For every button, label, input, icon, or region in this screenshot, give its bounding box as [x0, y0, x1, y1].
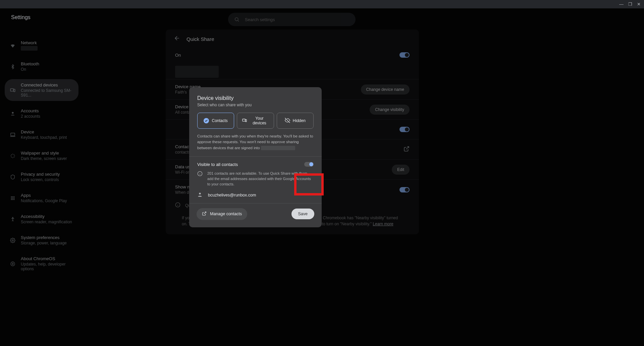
sidebar-item-apps[interactable]: Apps Notifications, Google Play: [5, 189, 78, 207]
svg-rect-14: [12, 199, 13, 200]
sidebar-item-sub: Dark theme, screen saver: [21, 156, 67, 161]
sidebar-item-system[interactable]: System preferences Storage, power, langu…: [5, 232, 78, 249]
sidebar-item-privacy[interactable]: Privacy and security Lock screen, contro…: [5, 168, 78, 185]
contacts-warning: 201 contacts are not available. To use Q…: [207, 171, 314, 187]
svg-rect-11: [12, 197, 13, 198]
your-devices-toggle[interactable]: [399, 127, 410, 132]
page-title: Quick Share: [186, 36, 214, 42]
shield-icon: [9, 174, 16, 180]
sidebar-item-sub: Lock screen, controls: [21, 177, 60, 182]
close-icon[interactable]: ✕: [637, 2, 641, 6]
svg-point-19: [12, 263, 13, 265]
sidebar-item-connected-devices[interactable]: Connected devices Connected to Samsung S…: [5, 79, 78, 101]
svg-rect-5: [11, 133, 15, 135]
devices-icon: [9, 87, 16, 94]
app-title: Settings: [11, 14, 31, 20]
sidebar-item-device[interactable]: Device Keyboard, touchpad, print: [5, 126, 78, 143]
save-button[interactable]: Save: [291, 209, 315, 219]
sidebar-item-label: Privacy and security: [21, 172, 60, 177]
sidebar-item-sub: Screen reader, magnification: [21, 220, 72, 224]
sidebar-item-label: Apps: [21, 193, 67, 198]
chrome-icon: [9, 261, 16, 267]
sidebar-item-sub: Notifications, Google Play: [21, 198, 67, 203]
svg-point-17: [12, 240, 13, 241]
window-titlebar: — ❐ ✕: [0, 0, 644, 8]
hidden-icon: [285, 118, 290, 124]
manage-contacts-button[interactable]: Manage contacts: [197, 208, 247, 220]
sidebar-item-label: Accessibility: [21, 214, 72, 219]
change-visibility-button[interactable]: Change visibility: [370, 105, 410, 115]
option-hidden[interactable]: Hidden: [277, 113, 314, 129]
sidebar-item-sub: Keyboard, touchpad, print: [21, 135, 67, 140]
quick-share-toggle[interactable]: [399, 52, 410, 58]
dialog-subtitle: Select who can share with you: [189, 101, 322, 113]
notification-toggle[interactable]: [399, 187, 410, 192]
sidebar-item-about[interactable]: About ChromeOS Updates, help, developer …: [5, 253, 78, 275]
sidebar-item-bluetooth[interactable]: Bluetooth On: [5, 58, 78, 75]
device-visibility-dialog: Device visibility Select who can share w…: [189, 87, 322, 227]
sidebar-item-sub: Storage, power, language: [21, 241, 67, 245]
svg-rect-2: [10, 89, 13, 91]
svg-line-1: [238, 20, 239, 21]
svg-rect-3: [14, 89, 15, 92]
account-icon: [9, 110, 16, 117]
visible-all-label: Visible to all contacts: [197, 162, 238, 167]
sidebar-item-network[interactable]: Network: [5, 37, 78, 54]
svg-rect-15: [14, 199, 15, 200]
sidebar-item-label: Device: [21, 129, 67, 134]
external-link-icon: [202, 211, 207, 217]
svg-point-0: [235, 18, 238, 21]
sidebar-item-label: System preferences: [21, 235, 67, 240]
sidebar-item-label: Bluetooth: [21, 61, 39, 66]
sidebar-item-sub: On: [21, 67, 39, 72]
option-your-devices[interactable]: Your devices: [237, 113, 274, 129]
svg-rect-23: [243, 119, 245, 121]
sidebar-item-accessibility[interactable]: Accessibility Screen reader, magnificati…: [5, 211, 78, 228]
back-arrow-icon[interactable]: [174, 35, 180, 43]
sidebar: Network Bluetooth On Connected devices C…: [5, 37, 78, 279]
sidebar-item-label: Network: [21, 40, 38, 45]
laptop-icon: [9, 131, 16, 138]
sidebar-item-accounts[interactable]: Accounts 2 accounts: [5, 105, 78, 122]
info-icon: [175, 202, 180, 209]
sidebar-item-label: Accounts: [21, 108, 40, 113]
wifi-icon: [9, 42, 16, 49]
edit-data-button[interactable]: Edit: [392, 165, 410, 175]
devices-icon: [242, 118, 247, 124]
minimize-icon[interactable]: —: [619, 2, 624, 6]
sidebar-item-sub: [21, 46, 38, 51]
sidebar-item-label: Wallpaper and style: [21, 151, 67, 156]
svg-point-4: [12, 112, 13, 113]
bluetooth-icon: [9, 63, 16, 70]
manage-contacts-label: Manage contacts: [210, 212, 242, 216]
wallpaper-icon: [9, 153, 16, 159]
sidebar-item-label: Connected devices: [21, 82, 74, 88]
option-devices-label: Your devices: [250, 116, 269, 125]
dialog-title: Device visibility: [189, 95, 322, 101]
maximize-icon[interactable]: ❐: [628, 2, 632, 6]
sidebar-item-sub: 2 accounts: [21, 114, 40, 119]
person-icon: [197, 192, 203, 198]
check-icon: [204, 118, 209, 123]
svg-rect-24: [246, 119, 247, 122]
svg-rect-8: [12, 196, 13, 197]
option-contacts[interactable]: Contacts: [197, 113, 234, 129]
external-link-icon[interactable]: [404, 146, 410, 153]
contact-email: bcuzhelives@runbox.com: [208, 193, 256, 197]
apps-icon: [9, 195, 16, 201]
svg-point-18: [11, 262, 15, 266]
search-icon: [234, 17, 239, 22]
sidebar-item-sub: Connected to Samsung SM-S91...: [21, 88, 74, 98]
change-device-name-button[interactable]: Change device name: [361, 84, 410, 95]
sidebar-item-sub: Updates, help, developer options: [21, 262, 74, 271]
sidebar-item-wallpaper[interactable]: Wallpaper and style Dark theme, screen s…: [5, 147, 78, 164]
svg-rect-12: [14, 197, 15, 198]
search-input[interactable]: [245, 17, 350, 22]
accessibility-icon: [9, 216, 16, 223]
search-bar[interactable]: [228, 13, 356, 26]
svg-rect-9: [14, 196, 15, 197]
svg-point-16: [12, 217, 13, 218]
redacted-illustration: [175, 66, 219, 78]
visible-all-toggle[interactable]: [304, 162, 314, 167]
learn-more-link[interactable]: Learn more: [373, 222, 393, 226]
